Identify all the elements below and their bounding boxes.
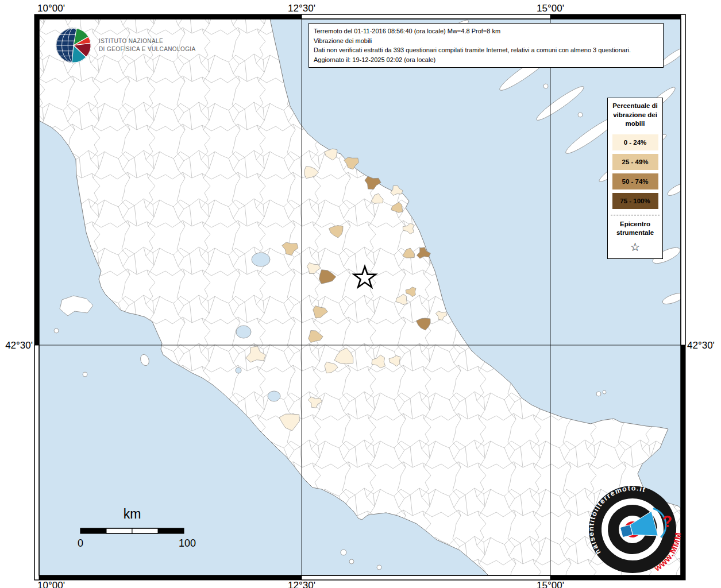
info-line-event: Terremoto del 01-11-2016 08:56:40 (ora l… (314, 26, 658, 36)
legend-title: Percentuale di vibrazione dei mobili (608, 102, 662, 131)
legend-class-75-100%: 75 - 100% (612, 193, 658, 209)
legend-divider (611, 215, 660, 215)
logo-question-mark: ? (662, 512, 673, 531)
ingv-logo: ISTITUTO NAZIONALE DI GEOFISICA E VULCAN… (54, 26, 196, 65)
scale-start-label: 0 (78, 537, 83, 550)
legend-class-25-49%: 25 - 49% (612, 154, 658, 170)
legend-classes: 0 - 24%25 - 49%50 - 74%75 - 100% (608, 134, 662, 209)
haisentitoilterremoto-logo: haisentitoilterremoto.it www.MMM ? (581, 478, 684, 581)
legend-class-50-74%: 50 - 74% (612, 173, 658, 189)
legend-star-icon: ☆ (608, 240, 662, 254)
info-line-updated: Aggiornato il: 19-12-2025 02:02 (ora loc… (314, 55, 658, 65)
scale-unit-label: km (124, 506, 141, 522)
earthquake-info-box: Terremoto del 01-11-2016 08:56:40 (ora l… (309, 23, 664, 68)
ingv-line-2: DI GEOFISICA E VULCANOLOGIA (99, 45, 196, 53)
ingv-wordmark: ISTITUTO NAZIONALE DI GEOFISICA E VULCAN… (99, 37, 196, 53)
scale-bar (80, 528, 184, 533)
legend-panel: Percentuale di vibrazione dei mobili 0 -… (607, 98, 663, 259)
info-line-source: Dati non verificati estratti da 393 ques… (314, 45, 658, 55)
scale-end-label: 100 (179, 537, 196, 550)
ingv-line-1: ISTITUTO NAZIONALE (99, 37, 196, 45)
info-line-question: Vibrazione dei mobili (314, 36, 658, 46)
ingv-globe-icon (54, 26, 93, 65)
legend-class-0-24%: 0 - 24% (612, 134, 658, 150)
legend-epicenter-label: Epicentro strumentale (608, 220, 662, 238)
haisentitoilterremoto-map-page: 10°00' 12°30' 15°00' 10°00' 12°30' 15°00… (0, 0, 721, 588)
